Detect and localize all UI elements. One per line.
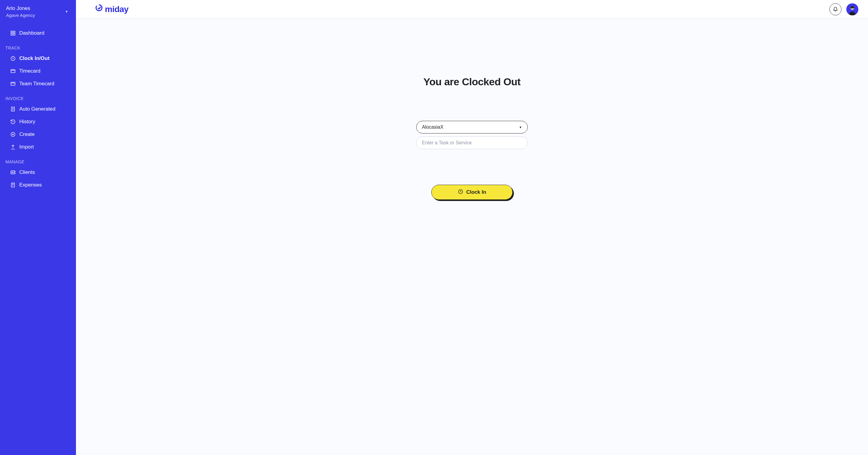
sidebar-item-label: Create	[19, 131, 35, 137]
user-switcher[interactable]: Arlo Jones Agave Agency ▼	[0, 0, 76, 21]
topbar: miday	[76, 0, 868, 19]
sidebar-item-label: Team Timecard	[19, 81, 54, 87]
sidebar-item-label: History	[19, 119, 35, 125]
clock-icon	[458, 189, 463, 196]
team-timecard-icon	[10, 81, 16, 87]
project-select[interactable]: AlocasiaX ▼	[416, 121, 528, 133]
sidebar-item-clock-in-out[interactable]: Clock In/Out	[0, 52, 76, 65]
brand-logo[interactable]: miday	[95, 4, 128, 14]
plus-circle-icon	[10, 132, 16, 137]
sidebar-item-label: Import	[19, 144, 34, 150]
section-label-track: TRACK	[0, 39, 76, 52]
sidebar-item-timecard[interactable]: Timecard	[0, 65, 76, 77]
chevron-down-icon: ▼	[65, 10, 70, 13]
dashboard-icon	[10, 30, 16, 36]
expenses-icon	[10, 182, 16, 188]
svg-rect-5	[11, 70, 15, 73]
document-icon	[10, 106, 16, 112]
svg-rect-3	[13, 34, 15, 35]
svg-rect-0	[11, 31, 12, 33]
notifications-button[interactable]	[830, 3, 841, 15]
section-label-manage: MANAGE	[0, 153, 76, 166]
page-title: You are Clocked Out	[424, 76, 521, 88]
sidebar-item-import[interactable]: Import	[0, 141, 76, 153]
history-icon	[10, 119, 16, 125]
clock-in-button[interactable]: Clock In	[431, 185, 513, 200]
bell-icon	[833, 6, 838, 13]
avatar-person-icon	[848, 5, 857, 15]
sidebar-item-team-timecard[interactable]: Team Timecard	[0, 77, 76, 90]
clock-icon	[10, 56, 16, 61]
sidebar-item-create[interactable]: Create	[0, 128, 76, 141]
project-selected-value: AlocasiaX	[422, 125, 443, 130]
clients-icon	[10, 170, 16, 175]
user-org: Agave Agency	[6, 13, 35, 18]
content: You are Clocked Out AlocasiaX ▼ Clock In	[76, 19, 868, 455]
sidebar-item-label: Clock In/Out	[19, 56, 50, 62]
task-input-wrapper	[416, 136, 528, 149]
sidebar-item-auto-generated[interactable]: Auto Generated	[0, 103, 76, 116]
chevron-down-icon: ▼	[519, 126, 522, 129]
sidebar-item-label: Timecard	[19, 68, 40, 74]
section-label-reports: REPORTS	[0, 191, 76, 197]
user-avatar[interactable]	[846, 3, 858, 15]
sidebar-item-label: Auto Generated	[19, 106, 56, 112]
sidebar-item-expenses[interactable]: Expenses	[0, 179, 76, 191]
sidebar-item-label: Expenses	[19, 182, 42, 188]
svg-rect-6	[11, 82, 15, 86]
task-input[interactable]	[422, 140, 522, 145]
timecard-icon	[10, 68, 16, 74]
upload-icon	[10, 144, 16, 150]
section-label-invoice: INVOICE	[0, 90, 76, 103]
sidebar-item-clients[interactable]: Clients	[0, 166, 76, 179]
user-name: Arlo Jones	[6, 5, 35, 11]
svg-rect-2	[11, 34, 12, 35]
sidebar-item-label: Dashboard	[19, 30, 44, 36]
sidebar-item-history[interactable]: History	[0, 116, 76, 128]
svg-rect-1	[13, 31, 15, 33]
brand-name: miday	[105, 4, 128, 14]
clock-in-label: Clock In	[466, 189, 486, 195]
logo-mark-icon	[95, 4, 103, 14]
sidebar-item-label: Clients	[19, 169, 35, 175]
sidebar: Arlo Jones Agave Agency ▼ Dashboard TRAC…	[0, 0, 76, 455]
sidebar-item-dashboard[interactable]: Dashboard	[0, 27, 76, 39]
svg-point-10	[12, 172, 13, 173]
